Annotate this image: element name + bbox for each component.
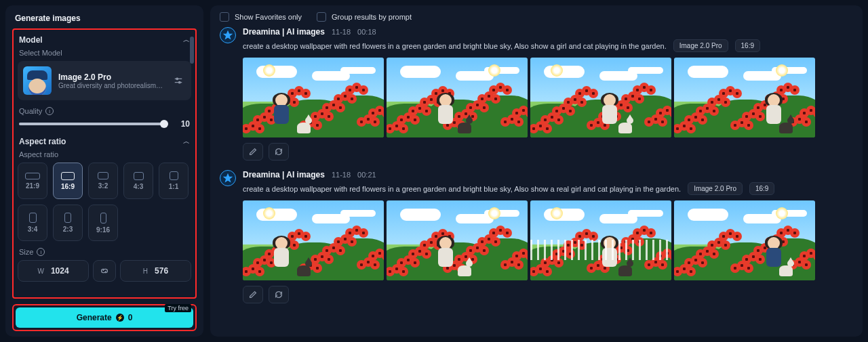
results-panel: Show Favorites only Group results by pro… [210, 5, 863, 337]
post-date: 11-18 [332, 171, 351, 179]
scrollbar[interactable] [190, 37, 194, 64]
post-date: 11-18 [332, 28, 351, 36]
result-thumbnail[interactable] [243, 58, 384, 137]
model-section-header[interactable]: Model ︿ [19, 35, 190, 45]
favorites-checkbox[interactable]: Show Favorites only [220, 12, 302, 22]
avatar [220, 27, 236, 43]
aspect-label: 3:2 [98, 182, 108, 190]
aspect-shape-icon [98, 172, 108, 179]
aspect-chip: 16:9 [735, 39, 760, 52]
post-time: 00:18 [357, 28, 376, 36]
thumbnail-row [243, 200, 853, 280]
sidebar: Generate images Model ︿ Select Model Ima… [5, 5, 203, 337]
filter-bar: Show Favorites only Group results by pro… [220, 12, 853, 22]
post-author: Dreamina | AI images [243, 170, 325, 179]
result-thumbnail[interactable] [243, 200, 384, 280]
size-row: W 1024 H 576 [18, 260, 191, 282]
aspect-shape-icon [64, 213, 71, 223]
generate-label: Generate [77, 313, 112, 322]
select-model-label: Select Model [19, 49, 190, 57]
link-dimensions-button[interactable] [93, 260, 116, 282]
aspect-21-9[interactable]: 21:9 [18, 163, 47, 199]
aspect-label: 9:16 [96, 226, 110, 234]
result-thumbnail[interactable] [674, 200, 815, 280]
quality-slider-row: 10 [19, 119, 190, 129]
model-thumbnail [23, 66, 52, 95]
result-post: Dreamina | AI images11-1800:21create a d… [220, 170, 853, 303]
quality-slider[interactable] [19, 123, 168, 125]
sliders-icon[interactable] [171, 73, 186, 88]
aspect-2-3[interactable]: 2:3 [53, 205, 83, 241]
quality-value: 10 [175, 119, 190, 129]
height-input[interactable]: H 576 [120, 260, 191, 282]
width-value: 1024 [51, 266, 69, 276]
chevron-up-icon: ︿ [183, 137, 190, 146]
generate-cost: 0 [128, 313, 133, 322]
aspect-section-label: Aspect ratio [19, 137, 66, 146]
avatar [220, 170, 236, 186]
aspect-1-1[interactable]: 1:1 [159, 163, 189, 199]
aspect-chip: 16:9 [749, 182, 774, 195]
lightning-icon: ⚡ [116, 314, 124, 322]
post-author: Dreamina | AI images [243, 27, 325, 37]
post-actions [243, 143, 853, 161]
aspect-shape-icon [25, 173, 40, 179]
post-body: Dreamina | AI images11-1800:18create a d… [243, 27, 853, 161]
aspect-9-16[interactable]: 9:16 [88, 205, 118, 241]
settings-panel: Model ︿ Select Model Image 2.0 Pro Great… [12, 28, 197, 299]
aspect-shape-icon [134, 172, 144, 180]
aspect-label: 21:9 [26, 182, 39, 190]
aspect-3-4[interactable]: 3:4 [18, 205, 47, 241]
try-free-badge: Try free [165, 304, 191, 312]
result-feed: Dreamina | AI images11-1800:18create a d… [220, 27, 853, 330]
svg-marker-4 [224, 31, 232, 39]
post-actions [243, 286, 853, 303]
aspect-shape-icon [100, 213, 106, 223]
checkbox-icon [317, 12, 326, 22]
model-info: Image 2.0 Pro Great diversity and photor… [58, 72, 164, 89]
aspect-3-2[interactable]: 3:2 [88, 163, 118, 199]
result-thumbnail[interactable] [387, 200, 528, 280]
regenerate-button[interactable] [269, 286, 289, 303]
post-prompt: create a desktop wallpaper with red flow… [243, 42, 667, 50]
aspect-ratio-grid: 21:916:93:24:31:13:42:39:16 [18, 163, 191, 241]
svg-point-3 [178, 81, 180, 83]
size-label: Size i [19, 248, 190, 256]
width-input[interactable]: W 1024 [18, 260, 89, 282]
result-thumbnail[interactable] [530, 58, 671, 137]
aspect-16-9[interactable]: 16:9 [53, 163, 83, 199]
aspect-ratio-label: Aspect ratio [19, 150, 190, 158]
svg-marker-5 [224, 174, 232, 181]
info-icon[interactable]: i [45, 107, 54, 115]
aspect-label: 1:1 [169, 183, 178, 190]
result-thumbnail[interactable] [387, 58, 528, 137]
result-thumbnail[interactable] [530, 200, 671, 280]
post-time: 00:21 [357, 171, 376, 179]
aspect-label: 4:3 [134, 183, 143, 190]
group-checkbox[interactable]: Group results by prompt [317, 12, 412, 22]
edit-button[interactable] [243, 286, 263, 303]
aspect-4-3[interactable]: 4:3 [123, 163, 153, 199]
model-chip: Image 2.0 Pro [688, 182, 743, 195]
model-desc: Great diversity and photorealism. ... [58, 82, 164, 89]
aspect-label: 16:9 [61, 183, 75, 190]
model-section-label: Model [19, 35, 43, 45]
svg-point-1 [176, 78, 178, 80]
aspect-label: 3:4 [28, 226, 37, 233]
post-prompt: create a desktop wallpaper with red flow… [243, 185, 681, 193]
result-post: Dreamina | AI images11-1800:18create a d… [220, 27, 853, 161]
model-card[interactable]: Image 2.0 Pro Great diversity and photor… [18, 61, 191, 100]
sidebar-title: Generate images [15, 14, 194, 23]
aspect-shape-icon [170, 171, 178, 180]
aspect-shape-icon [29, 213, 37, 223]
quality-label: Quality i [19, 107, 190, 115]
generate-wrap: Try free Generate ⚡ 0 [12, 304, 197, 331]
result-thumbnail[interactable] [674, 58, 815, 137]
post-body: Dreamina | AI images11-1800:21create a d… [243, 170, 853, 303]
regenerate-button[interactable] [269, 143, 289, 161]
aspect-section-header[interactable]: Aspect ratio ︿ [19, 137, 190, 146]
height-value: 576 [155, 266, 168, 276]
aspect-shape-icon [61, 172, 75, 180]
edit-button[interactable] [243, 143, 263, 161]
info-icon[interactable]: i [37, 248, 45, 256]
